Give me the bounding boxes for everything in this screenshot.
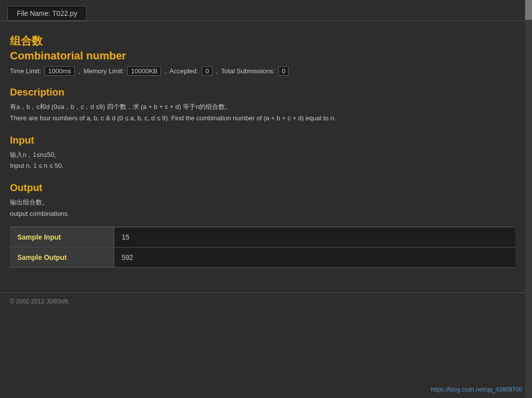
- output-heading: Output: [10, 182, 515, 194]
- input-line1: 输入n，1≤n≤50。: [10, 150, 515, 160]
- title-chinese: 组合数: [10, 34, 515, 49]
- scrollbar-track[interactable]: [525, 0, 532, 398]
- memory-limit-value: 10000KB: [127, 66, 161, 76]
- file-tab[interactable]: File Name: T022.py: [7, 6, 87, 21]
- sample-table: Sample Input 15 Sample Output 592: [10, 227, 515, 268]
- sample-input-label: Sample Input: [10, 227, 114, 247]
- input-heading: Input: [10, 135, 515, 146]
- memory-limit-label: Memory Limit:: [84, 67, 124, 75]
- title-english: Combinatorial number: [10, 50, 515, 62]
- scrollbar-thumb[interactable]: [525, 0, 532, 20]
- tab-bar: File Name: T022.py: [0, 0, 525, 21]
- sample-output-row: Sample Output 592: [10, 247, 515, 267]
- time-limit-value: 1000ms: [45, 66, 74, 76]
- output-line1: 输出组合数。: [10, 198, 515, 208]
- time-limit-label: Time Limit:: [10, 67, 41, 75]
- output-line2: output combinations.: [10, 209, 515, 219]
- description-line1: 有a，b，c和d (0≤a，b，c，d ≤9) 四个数，求 (a + b + c…: [10, 102, 515, 112]
- sample-input-row: Sample Input 15: [10, 227, 515, 247]
- footer-url: https://blog.csdn.net/qq_43808700: [431, 386, 522, 393]
- footer: © 2002-2012 JDBSoft.: [0, 293, 525, 310]
- content-area: 组合数 Combinatorial number Time Limit: 100…: [0, 21, 525, 278]
- input-line2: Input n, 1 ≤ n ≤ 50.: [10, 161, 515, 171]
- copyright-text: © 2002-2012 JDBSoft.: [10, 298, 69, 305]
- accepted-value: 0: [202, 66, 212, 76]
- sample-input-value: 15: [114, 227, 515, 247]
- submissions-value: 0: [278, 66, 289, 76]
- sample-output-label: Sample Output: [10, 247, 114, 267]
- meta-line: Time Limit: 1000ms , Memory Limit: 10000…: [10, 66, 515, 76]
- accepted-label: Accepted:: [169, 67, 198, 75]
- description-line2: There are four numbers of a, b, c & d (0…: [10, 113, 515, 124]
- submissions-label: Total Submissions:: [221, 67, 274, 75]
- description-heading: Description: [10, 87, 515, 98]
- sample-output-value: 592: [114, 247, 515, 267]
